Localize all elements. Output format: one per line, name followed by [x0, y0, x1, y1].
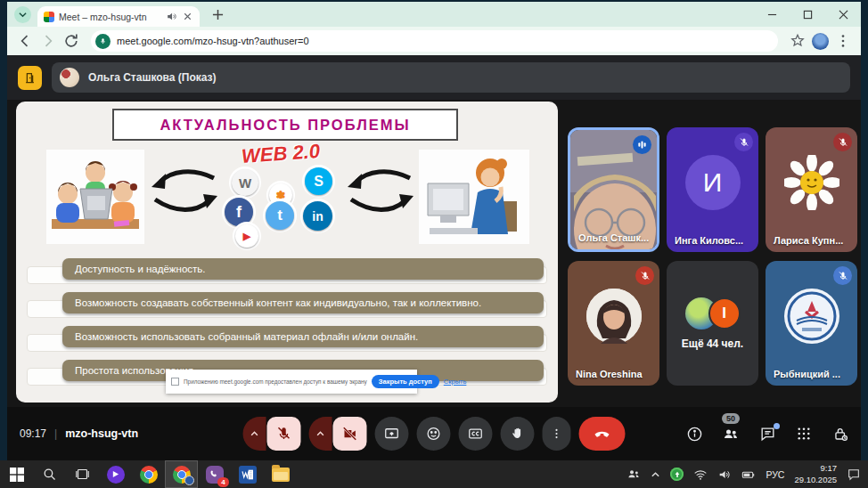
tab-search-button[interactable]: [14, 6, 31, 23]
meet-window-badge: [184, 476, 194, 485]
windows-taskbar: 4 РУС 9:17 29.10.2025: [0, 460, 868, 488]
battery-icon[interactable]: [741, 468, 756, 482]
meet-main-area: АКТУАЛЬНОСТЬ ПРОБЛЕМЫ: [7, 100, 861, 407]
presenter-name: Ольга Сташкова (Показ): [88, 71, 217, 84]
system-tray: РУС 9:17 29.10.2025: [626, 460, 868, 488]
tray-people-icon[interactable]: [626, 468, 641, 482]
speaking-indicator-icon: [633, 135, 651, 154]
mic-muted-icon: [833, 266, 852, 285]
meeting-code: mzo-hsug-vtn: [65, 427, 138, 440]
forward-button[interactable]: [39, 32, 57, 50]
language-indicator[interactable]: РУС: [766, 469, 784, 480]
chrome-active-button[interactable]: [165, 460, 198, 488]
file-explorer-button[interactable]: [264, 460, 297, 488]
bullet-row: Доступность и надёжность.: [27, 258, 547, 287]
call-controls: [243, 417, 626, 451]
kids-at-computer-image: [46, 150, 144, 244]
minimize-icon: [767, 10, 777, 20]
raise-hand-button[interactable]: [501, 417, 535, 451]
camera-control: [309, 417, 367, 451]
url-bar[interactable]: meet.google.com/mzo-hsug-vtn?authuser=0: [91, 30, 778, 52]
meeting-info: 09:17 | mzo-hsug-vtn: [20, 407, 138, 460]
wifi-icon[interactable]: [693, 468, 708, 482]
participant-tile-olga[interactable]: Ольга Сташк...: [568, 127, 659, 252]
refresh-button[interactable]: [62, 32, 80, 50]
mic-muted-icon: [833, 133, 852, 151]
viber-unread-badge: 4: [217, 477, 229, 487]
task-view-button[interactable]: [66, 460, 99, 488]
captions-button[interactable]: [459, 417, 493, 451]
tray-clock[interactable]: 9:17 29.10.2025: [794, 463, 837, 485]
tab-close-icon[interactable]: [182, 11, 193, 22]
start-button[interactable]: [0, 460, 33, 488]
meeting-panels: 50: [685, 407, 849, 460]
alice-assistant-button[interactable]: [99, 460, 132, 488]
chat-panel-button[interactable]: [758, 425, 776, 443]
antivirus-tray-icon[interactable]: [670, 468, 684, 481]
slide-title: АКТУАЛЬНОСТЬ ПРОБЛЕМЫ: [112, 109, 458, 141]
shared-presentation-slide: АКТУАЛЬНОСТЬ ПРОБЛЕМЫ: [16, 102, 558, 403]
double-arrows-left: [150, 166, 219, 221]
tab-audio-icon[interactable]: [166, 11, 177, 22]
tray-date-value: 29.10.2025: [794, 475, 837, 484]
daisy-avatar: [784, 155, 839, 210]
wikipedia-icon: W: [232, 169, 258, 196]
camera-off-button[interactable]: [333, 417, 367, 451]
more-participants-tile[interactable]: I Ещё 44 чел.: [667, 261, 758, 386]
word-icon: [239, 466, 257, 484]
activities-button[interactable]: [795, 425, 813, 443]
participant-tile-rybnitsky[interactable]: Рыбницкий ...: [766, 261, 857, 386]
participant-tile-inga[interactable]: И Инга Киловс...: [667, 127, 758, 252]
more-options-button[interactable]: [543, 417, 571, 451]
hidden-icons-chevron[interactable]: [651, 468, 660, 482]
leave-call-button[interactable]: [579, 417, 626, 451]
skype-icon: S: [305, 167, 332, 195]
facebook-icon: f: [225, 198, 253, 226]
profile-avatar[interactable]: [812, 33, 829, 50]
camera-options-chevron[interactable]: [309, 417, 332, 451]
tray-time-value: 9:17: [821, 463, 838, 473]
maximize-icon: [803, 10, 813, 20]
window-maximize-button[interactable]: [790, 2, 825, 27]
browser-menu-button[interactable]: [834, 32, 852, 50]
mic-control: [243, 417, 301, 451]
mic-muted-icon: [635, 266, 654, 285]
participant-name: Nina Oreshina: [576, 369, 643, 379]
present-screen-button[interactable]: [375, 417, 409, 451]
stop-sharing-button[interactable]: Закрыть доступ: [372, 375, 439, 388]
mic-permission-icon[interactable]: [95, 34, 111, 49]
tab-title: Meet – mzo-hsug-vtn: [59, 12, 161, 22]
action-center-icon[interactable]: [847, 468, 861, 482]
mic-mute-button[interactable]: [267, 417, 301, 451]
window-minimize-button[interactable]: [754, 2, 790, 27]
hide-notice-link[interactable]: Скрыть: [444, 378, 467, 386]
bookmark-star-button[interactable]: [789, 32, 807, 50]
chrome-button[interactable]: [132, 460, 165, 488]
extension-door-icon[interactable]: [18, 66, 42, 90]
tab-strip: Meet – mzo-hsug-vtn: [7, 2, 861, 27]
people-panel-button[interactable]: 50: [722, 425, 740, 443]
close-icon: [839, 10, 848, 20]
teacher-at-computer-image: [419, 150, 529, 244]
bullet-text: Доступность и надёжность.: [62, 258, 544, 280]
bullet-row: Возможность использовать собранный матер…: [27, 326, 547, 354]
reactions-button[interactable]: [417, 417, 451, 451]
taskbar-search-button[interactable]: [33, 460, 66, 488]
back-button[interactable]: [16, 32, 34, 50]
bullet-text: Возможность создавать собственный контен…: [62, 292, 544, 313]
host-controls-button[interactable]: [831, 425, 849, 443]
browser-tab-meet[interactable]: Meet – mzo-hsug-vtn: [37, 6, 200, 27]
web20-graphic: WEB 2.0 W S ✽ f t ▶ in: [219, 144, 342, 253]
chevron-down-icon: [19, 11, 27, 19]
window-close-button[interactable]: [825, 2, 861, 27]
participant-tile-larisa[interactable]: Лариса Купн...: [766, 127, 857, 252]
meeting-details-button[interactable]: [685, 425, 703, 443]
volume-icon[interactable]: [717, 468, 732, 482]
new-tab-button[interactable]: [207, 4, 228, 25]
viber-button[interactable]: 4: [198, 460, 231, 488]
participant-tile-nina[interactable]: Nina Oreshina: [568, 261, 659, 386]
word-button[interactable]: [231, 460, 264, 488]
share-screen-icon: [171, 378, 179, 386]
presenter-banner[interactable]: Ольга Сташкова (Показ): [52, 62, 850, 93]
mic-options-chevron[interactable]: [243, 417, 266, 451]
